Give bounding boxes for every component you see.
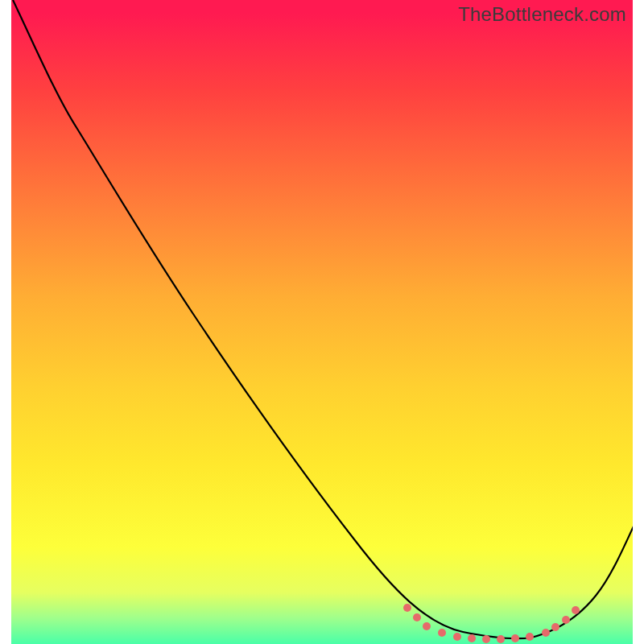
heatmap-background: [0, 0, 644, 644]
left-margin-band: [0, 0, 11, 644]
watermark-text: TheBottleneck.com: [458, 3, 626, 26]
right-margin-band: [633, 0, 644, 644]
chart-canvas: TheBottleneck.com: [0, 0, 644, 644]
